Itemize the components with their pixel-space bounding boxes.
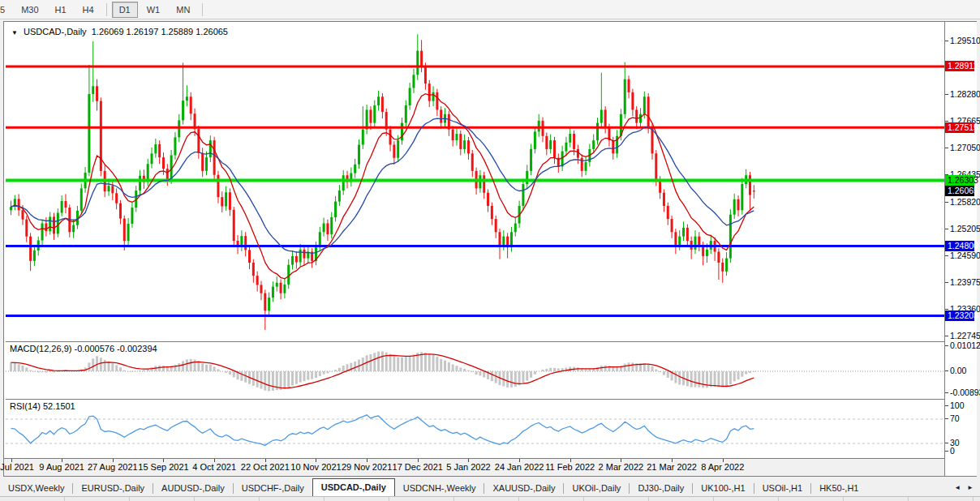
axis-tick [672,459,673,462]
macd-tick-label: -0.008935 [950,388,980,397]
price-badge: 1.24800 [945,241,974,251]
axis-tick [945,309,948,310]
axis-tick [945,229,948,229]
ohlc-high: 1.26197 [127,27,159,36]
timeframe-button-w1[interactable]: W1 [140,2,168,18]
date-label: 15 Sep 2021 [138,462,188,472]
axis-tick [945,392,948,393]
date-label: 21 Jul 2021 [0,462,34,472]
price-tick-label: 1.25205 [950,224,980,233]
axis-tick [163,459,164,462]
axis-tick [945,255,948,256]
tab-scroll-right-icon[interactable]: ► [964,484,977,491]
rsi-label: RSI(14) 52.1501 [10,401,75,411]
price-tick-label: 1.24590 [950,250,980,260]
toolbar-separator [202,3,203,16]
tab-scroll-controls: ◄ ► [951,478,980,496]
tab-audusd-daily[interactable]: AUDUSD-,Daily [153,481,233,496]
axis-tick [367,459,368,462]
macd-signal-value: -0.002394 [117,344,157,353]
price-badge: 1.27515 [945,122,974,133]
date-label: 21 Mar 2022 [647,462,697,472]
tab-usoil-h1[interactable]: USOil-,H1 [754,481,811,496]
axis-tick [468,459,469,462]
price-badge: 1.26065 [945,186,974,196]
timeframe-button-m30[interactable]: M30 [14,2,45,18]
timeframe-button-h1[interactable]: H1 [48,2,74,18]
date-label: 4 Oct 2021 [192,462,236,472]
axis-tick [11,459,12,462]
tab-scroll-left-icon[interactable]: ◄ [951,484,964,491]
axis-tick [945,345,948,346]
candlestick-chart[interactable] [6,23,944,340]
price-tick-label: 1.23975 [950,277,980,287]
price-pane[interactable]: ▼ USDCAD-,Daily 1.26069 1.26197 1.25889 … [6,23,944,340]
axis-tick [519,459,520,462]
price-badge: 1.23203 [945,310,974,321]
chart-symbol-label: USDCAD-,Daily [24,27,87,36]
tab-usdcad-daily[interactable]: USDCAD-,Daily [312,478,395,496]
toolbar-separator [106,3,107,16]
price-tick-label: 1.22745 [950,331,980,340]
axis-tick [945,336,948,336]
axis-tick [723,459,724,462]
date-label: 10 Nov 2021 [290,462,341,472]
timeframe-button-m5[interactable]: 5 [0,2,12,18]
chevron-down-icon[interactable]: ▼ [11,29,18,36]
axis-tick [945,282,948,283]
axis-tick [945,370,948,371]
tab-dj30-daily[interactable]: DJ30-,Daily [630,481,692,496]
chart-window: ▼ USDCAD-,Daily 1.26069 1.26197 1.25889 … [3,21,977,477]
axis-tick [214,459,215,462]
axis-tick [418,459,419,462]
axis-tick [945,148,948,148]
axis-tick [945,418,948,419]
rsi-tick-label: 70 [950,413,960,423]
price-tick-label: 1.28280 [950,89,980,99]
timeframe-toolbar: 5 M30 H1 H4 D1 W1 MN [0,0,980,19]
tab-usdcnh-weekly[interactable]: USDCNH-,Weekly [395,481,484,496]
axis-tick [265,459,266,462]
date-label: 9 Aug 2021 [39,462,84,472]
axis-tick [945,405,948,406]
date-label: 17 Dec 2021 [393,462,443,472]
ohlc-open: 1.26069 [92,27,124,36]
tab-hk50-h1[interactable]: HK50-,H1 [811,481,866,496]
axis-tick [945,451,948,452]
macd-value: -0.000576 [74,344,114,353]
price-axis[interactable]: 1.295101.282801.276651.270501.264351.258… [944,22,977,476]
macd-pane[interactable]: MACD(12,26,9) -0.000576 -0.002394 [6,341,944,398]
rsi-chart[interactable] [6,400,944,458]
ohlc-low: 1.25889 [161,27,193,36]
mt4-terminal: { "toolbar": { "timeframe_buttons": ["5"… [0,0,980,501]
macd-label: MACD(12,26,9) -0.000576 -0.002394 [10,344,157,353]
axis-tick [62,459,62,462]
axis-tick [570,459,571,462]
timeframe-button-h4[interactable]: H4 [75,2,101,18]
price-tick-label: 1.29510 [950,36,980,45]
date-label: 22 Oct 2021 [241,462,290,472]
price-badge: 1.28912 [945,61,974,71]
tab-ukoil-daily[interactable]: UKOil-,Daily [564,481,629,496]
tab-uk100-h1[interactable]: UK100-,H1 [693,481,753,496]
timeframe-button-d1[interactable]: D1 [112,2,138,18]
tab-xauusd-daily[interactable]: XAUUSD-,Daily [484,481,563,496]
tab-usdchf-daily[interactable]: USDCHF-,Daily [234,481,312,496]
date-label: 24 Jan 2022 [495,462,544,472]
timeframe-button-mn[interactable]: MN [169,2,197,18]
date-label: 29 Nov 2021 [342,462,392,472]
rsi-pane[interactable]: RSI(14) 52.1501 [6,399,944,457]
tab-usdx-weekly[interactable]: USDX,Weekly [0,481,72,496]
rsi-tick-label: 0 [950,446,955,456]
date-axis[interactable]: 21 Jul 20219 Aug 202127 Aug 202115 Sep 2… [4,458,974,476]
date-label: 11 Feb 2022 [545,462,595,472]
date-label: 8 Apr 2022 [701,462,744,472]
axis-tick [945,443,948,443]
rsi-value: 52.1501 [43,401,75,411]
ohlc-close: 1.26065 [196,27,228,36]
price-tick-label: 1.27050 [950,143,980,152]
tab-eurusd-daily[interactable]: EURUSD-,Daily [73,481,153,496]
axis-tick [621,459,621,462]
axis-tick [945,94,948,95]
axis-tick [316,459,316,462]
